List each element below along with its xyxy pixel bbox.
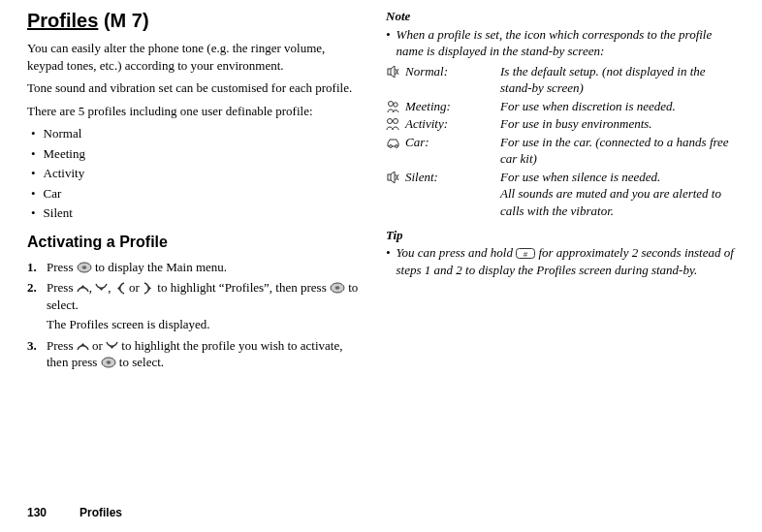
page-title: Profiles (M 7) xyxy=(27,8,365,34)
svg-point-11 xyxy=(388,119,393,124)
svg-text:#: # xyxy=(524,249,528,258)
intro-para-2: Tone sound and vibration set can be cust… xyxy=(27,79,365,97)
svg-point-10 xyxy=(394,103,397,107)
activity-profile-icon xyxy=(386,117,399,131)
nav-up-icon xyxy=(77,340,89,352)
activating-heading: Activating a Profile xyxy=(27,232,365,253)
table-row: Car: For use in the car. (connected to a… xyxy=(386,134,735,169)
steps-list: Press to display the Main menu. Press , … xyxy=(27,259,365,371)
profile-desc: For use in busy environments. xyxy=(500,115,735,134)
profile-label: Car: xyxy=(405,134,500,169)
svg-point-5 xyxy=(106,360,111,364)
tip-heading: Tip xyxy=(386,227,735,244)
meeting-profile-icon xyxy=(386,100,399,113)
tip-text: You can press and hold # for approximate… xyxy=(397,244,735,278)
svg-point-12 xyxy=(394,119,398,124)
table-row: Silent: For use when silence is needed.A… xyxy=(386,169,735,221)
svg-point-9 xyxy=(389,101,394,106)
step-2: Press , , or to highlight “Profiles”, th… xyxy=(27,279,365,333)
profile-desc: Is the default setup. (not displayed in … xyxy=(500,63,735,98)
profile-list: Normal Meeting Activity Car Silent xyxy=(27,125,365,222)
list-item: Activity xyxy=(27,165,365,182)
silent-profile-icon xyxy=(386,171,399,184)
note-heading: Note xyxy=(386,8,735,25)
profile-desc: For use in the car. (connected to a hand… xyxy=(500,134,735,169)
bullet-dot: • xyxy=(386,244,391,278)
normal-profile-icon xyxy=(386,65,399,78)
page-number: 130 xyxy=(27,506,47,519)
table-row: Normal: Is the default setup. (not displ… xyxy=(386,63,735,98)
list-item: Normal xyxy=(27,125,365,142)
nav-right-icon xyxy=(143,282,154,295)
svg-point-14 xyxy=(396,144,398,147)
note-text: When a profile is set, the icon which co… xyxy=(397,26,735,60)
page-footer: 130Profiles xyxy=(27,505,122,520)
list-item: Car xyxy=(27,185,365,203)
center-key-icon xyxy=(330,282,345,294)
hash-key-icon: # xyxy=(516,248,535,259)
footer-section: Profiles xyxy=(79,506,122,519)
svg-point-1 xyxy=(81,266,86,269)
svg-rect-6 xyxy=(388,69,391,75)
list-item: Meeting xyxy=(27,145,365,163)
car-profile-icon xyxy=(386,137,400,148)
bullet-dot: • xyxy=(386,26,391,60)
nav-down-icon xyxy=(95,282,108,294)
center-key-icon xyxy=(101,357,116,368)
step-2-note: The Profiles screen is displayed. xyxy=(47,316,365,333)
step-1: Press to display the Main menu. xyxy=(27,259,365,276)
svg-point-13 xyxy=(390,144,393,147)
center-key-icon xyxy=(77,262,92,273)
profile-label: Meeting: xyxy=(405,98,500,116)
intro-para-1: You can easily alter the phone tone (e.g… xyxy=(27,40,365,74)
profile-desc: For use when discretion is needed. xyxy=(500,98,735,116)
nav-down-icon xyxy=(106,340,118,352)
svg-rect-15 xyxy=(388,174,391,180)
table-row: Meeting: For use when discretion is need… xyxy=(386,98,735,116)
profile-label: Normal: xyxy=(405,63,500,98)
svg-point-3 xyxy=(335,286,340,290)
step-3: Press or to highlight the profile you wi… xyxy=(27,337,365,371)
table-row: Activity: For use in busy environments. xyxy=(386,115,735,134)
list-item: Silent xyxy=(27,204,365,222)
profile-label: Activity: xyxy=(405,115,500,134)
profiles-table: Normal: Is the default setup. (not displ… xyxy=(386,63,735,221)
profile-desc: For use when silence is needed.All sound… xyxy=(500,169,735,221)
nav-up-icon xyxy=(77,282,89,294)
nav-left-icon xyxy=(114,282,126,295)
intro-para-3: There are 5 profiles including one user … xyxy=(27,103,365,120)
profile-label: Silent: xyxy=(405,169,500,221)
